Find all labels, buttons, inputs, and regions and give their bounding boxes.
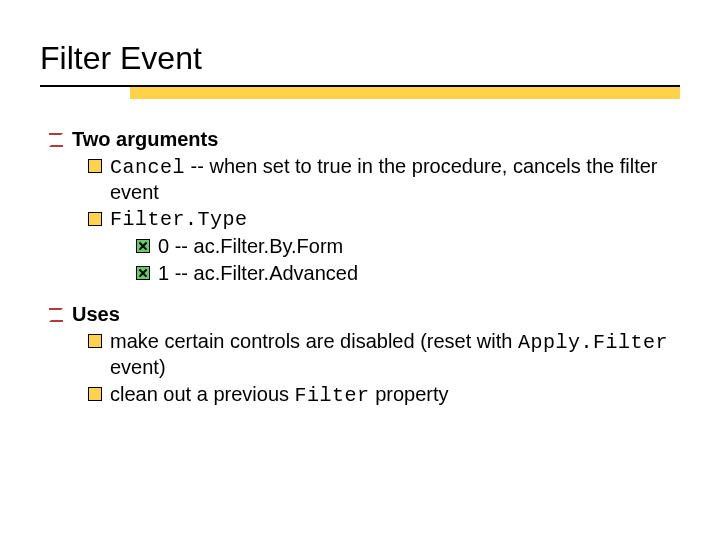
section-heading: Two arguments — [72, 127, 680, 152]
section-heading: Uses — [72, 302, 680, 327]
code-text: Filter.Type — [110, 207, 680, 232]
y-bullet-icon — [88, 387, 102, 401]
x-bullet-icon — [136, 239, 150, 253]
slide: Filter Event Two arguments Cancel -- whe… — [0, 0, 720, 540]
list-text: 0 -- ac.Filter.By.Form — [158, 234, 680, 259]
z-bullet-icon — [48, 132, 64, 148]
list-item: Cancel -- when set to true in the proced… — [88, 154, 680, 205]
list-item: clean out a previous Filter property — [88, 382, 680, 408]
y-bullet-icon — [88, 334, 102, 348]
list-text: clean out a previous Filter property — [110, 382, 680, 408]
list-item: Two arguments — [48, 127, 680, 152]
list-item: Filter.Type — [88, 207, 680, 232]
x-bullet-icon — [136, 266, 150, 280]
svg-marker-1 — [49, 308, 63, 322]
y-bullet-icon — [88, 159, 102, 173]
rule-line — [40, 85, 680, 87]
list-text: make certain controls are disabled (rese… — [110, 329, 680, 380]
svg-marker-0 — [49, 133, 63, 147]
list-text: Cancel -- when set to true in the proced… — [110, 154, 680, 205]
code-text: ac.Filter.Advanced — [194, 262, 359, 284]
slide-title: Filter Event — [40, 40, 680, 77]
plain-text: clean out a previous — [110, 383, 295, 405]
list-item: make certain controls are disabled (rese… — [88, 329, 680, 380]
code-text: ac.Filter.By.Form — [194, 235, 344, 257]
plain-text: -- when set to true in the procedure, ca… — [110, 155, 657, 203]
list-item: Uses — [48, 302, 680, 327]
list-text: 1 -- ac.Filter.Advanced — [158, 261, 680, 286]
y-bullet-icon — [88, 212, 102, 226]
plain-text: make certain controls are disabled (rese… — [110, 330, 518, 352]
code-text: Apply.Filter — [518, 331, 668, 354]
plain-text: 1 -- — [158, 262, 194, 284]
plain-text: 0 -- — [158, 235, 194, 257]
plain-text: property — [370, 383, 449, 405]
z-bullet-icon — [48, 307, 64, 323]
plain-text: event) — [110, 356, 166, 378]
code-text: Filter — [295, 384, 370, 407]
slide-body: Two arguments Cancel -- when set to true… — [40, 127, 680, 408]
rule-highlight — [130, 85, 680, 99]
title-rule — [40, 83, 680, 105]
list-item: 1 -- ac.Filter.Advanced — [136, 261, 680, 286]
code-text: Cancel — [110, 156, 185, 179]
list-item: 0 -- ac.Filter.By.Form — [136, 234, 680, 259]
